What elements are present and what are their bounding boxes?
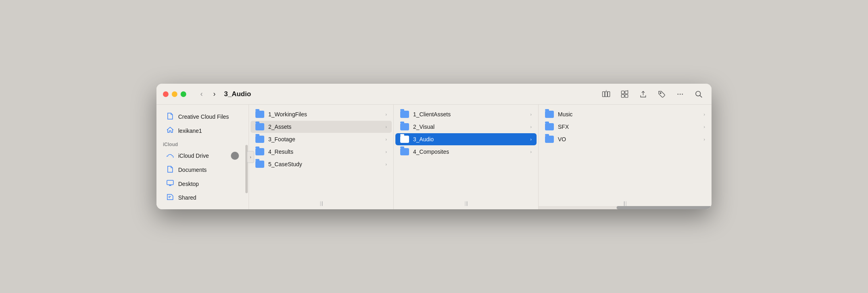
column-3: Music › SFX › VO › (539, 105, 712, 209)
shared-label: Shared (178, 194, 196, 201)
tag-button[interactable] (655, 88, 668, 101)
row-1-workingfiles[interactable]: 1_WorkingFiles › (251, 108, 392, 120)
resize-handle-2[interactable] (465, 201, 467, 206)
file-label: 3_Audio (413, 136, 434, 142)
row-2-audio[interactable]: 3_Audio › (395, 133, 537, 145)
icloud-drive-label: iCloud Drive (178, 153, 209, 159)
row-3-sfx[interactable]: SFX › (540, 121, 710, 133)
horizontal-scrollbar-thumb[interactable] (617, 206, 712, 209)
document-icon (166, 112, 174, 121)
chevron-icon: › (530, 112, 532, 117)
row-1-casestudy[interactable]: 5_CaseStudy › (251, 158, 392, 170)
row-1-results[interactable]: 4_Results › (251, 146, 392, 158)
creative-cloud-label: Creative Cloud Files (178, 113, 229, 120)
minimize-button[interactable] (172, 91, 177, 97)
column-view: 1_WorkingFiles › 2_Assets › 3_Footage › … (249, 105, 712, 209)
folder-icon (400, 148, 409, 155)
folder-icon (255, 136, 264, 143)
cloud-icon (166, 152, 174, 159)
sidebar-item-documents[interactable]: Documents (160, 163, 245, 177)
folder-icon (255, 123, 264, 130)
folder-icon (400, 123, 409, 130)
resize-handle-3[interactable] (624, 201, 626, 206)
icloud-section-label: iCloud (156, 138, 249, 149)
row-1-footage[interactable]: 3_Footage › (251, 133, 392, 145)
file-label: 1_ClientAssets (413, 111, 450, 118)
svg-line-12 (700, 95, 702, 97)
file-label: 3_Footage (268, 136, 295, 142)
view-columns-button[interactable] (600, 88, 613, 101)
folder-icon (545, 111, 554, 118)
column-2: 1_ClientAssets › 2_Visual › 3_Audio › 4_… (394, 105, 539, 209)
file-label: 2_Visual (413, 124, 434, 130)
file-label: SFX (558, 124, 569, 130)
row-2-composites[interactable]: 4_Composites › (395, 146, 537, 158)
folder-icon (255, 161, 264, 168)
row-3-vo[interactable]: VO › (540, 133, 710, 145)
svg-point-11 (696, 91, 701, 96)
chevron-icon: › (385, 137, 387, 142)
sidebar-item-desktop[interactable]: Desktop (160, 177, 245, 190)
svg-rect-0 (603, 91, 605, 97)
file-label: 2_Assets (268, 124, 292, 130)
sidebar: Creative Cloud Files lexikane1 iCloud (156, 105, 249, 209)
chevron-icon: › (385, 162, 387, 167)
svg-rect-3 (621, 91, 624, 93)
chevron-icon: › (703, 124, 705, 129)
row-3-music[interactable]: Music › (540, 108, 710, 120)
desktop-label: Desktop (178, 181, 199, 187)
home-icon (166, 127, 174, 135)
more-button[interactable] (674, 88, 687, 101)
sync-badge (231, 152, 239, 160)
back-button[interactable]: ‹ (196, 89, 207, 100)
file-label: 5_CaseStudy (268, 161, 302, 167)
svg-point-8 (677, 93, 679, 95)
file-label: 4_Composites (413, 149, 449, 155)
resize-handle-1[interactable] (320, 201, 323, 206)
row-2-visual[interactable]: 2_Visual › (395, 121, 537, 133)
folder-icon (400, 111, 409, 118)
window-title: 3_Audio (224, 90, 600, 98)
toolbar-controls (600, 88, 705, 101)
column-1: 1_WorkingFiles › 2_Assets › 3_Footage › … (249, 105, 394, 209)
documents-label: Documents (178, 167, 207, 173)
svg-rect-1 (605, 91, 607, 97)
traffic-lights (163, 91, 186, 97)
folder-icon (255, 148, 264, 155)
file-label: 1_WorkingFiles (268, 111, 307, 118)
fullscreen-button[interactable] (181, 91, 186, 97)
sidebar-item-lexikane[interactable]: lexikane1 (160, 124, 245, 137)
view-grid-button[interactable] (618, 88, 631, 101)
svg-rect-13 (167, 180, 173, 185)
horizontal-scrollbar-track[interactable] (539, 206, 712, 209)
chevron-icon: › (530, 124, 532, 129)
folder-icon (400, 136, 409, 143)
file-label: 4_Results (268, 149, 293, 155)
titlebar: ‹ › 3_Audio (156, 84, 712, 105)
chevron-icon: › (385, 124, 387, 129)
sidebar-item-shared[interactable]: Shared (160, 191, 245, 204)
sidebar-item-icloud-drive[interactable]: iCloud Drive (160, 149, 245, 162)
chevron-icon: › (703, 137, 705, 142)
lexikane-label: lexikane1 (178, 128, 202, 134)
search-button[interactable] (692, 88, 705, 101)
folder-icon (545, 123, 554, 130)
folder-icon (255, 111, 264, 118)
nav-buttons: ‹ › (196, 89, 220, 100)
close-button[interactable] (163, 91, 169, 97)
svg-point-10 (682, 93, 683, 95)
sidebar-item-creative-cloud[interactable]: Creative Cloud Files (160, 110, 245, 124)
main-content: Creative Cloud Files lexikane1 iCloud (156, 105, 712, 209)
chevron-icon: › (385, 112, 387, 117)
svg-rect-6 (625, 94, 628, 97)
forward-button[interactable]: › (209, 89, 220, 100)
shared-icon (166, 194, 174, 202)
share-button[interactable] (637, 88, 650, 101)
chevron-icon: › (530, 137, 532, 142)
file-label: VO (558, 136, 566, 142)
row-1-assets[interactable]: 2_Assets › (251, 121, 392, 133)
sidebar-expand-button[interactable]: › (247, 151, 254, 163)
svg-point-7 (660, 92, 661, 93)
row-2-clientassets[interactable]: 1_ClientAssets › (395, 108, 537, 120)
svg-rect-2 (608, 91, 610, 97)
